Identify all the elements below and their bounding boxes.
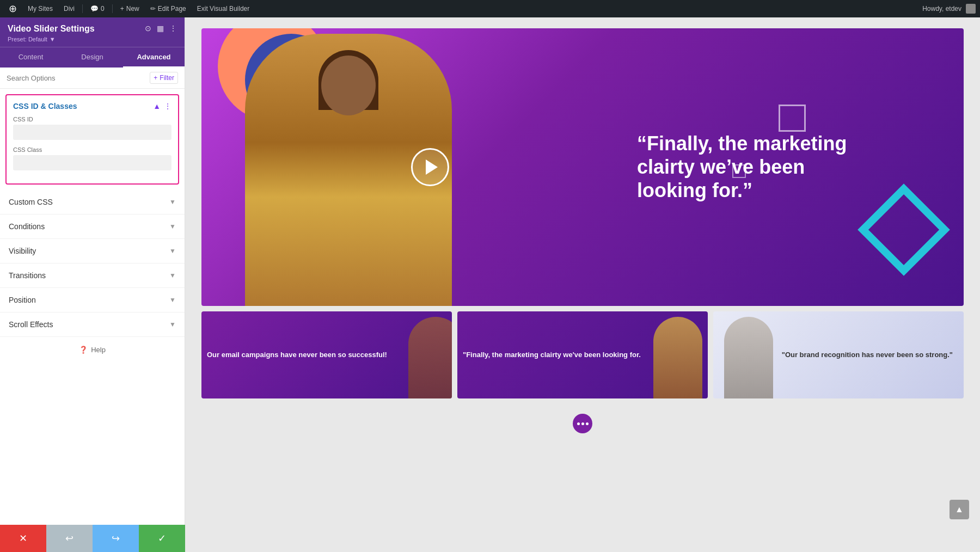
new-label: New	[126, 5, 139, 13]
slider-dots	[185, 414, 980, 433]
left-panel: Video Slider Settings Preset: Default ▼ …	[0, 17, 185, 552]
edit-page-label: Edit Page	[158, 5, 186, 13]
conditions-header[interactable]: Conditions ▼	[0, 214, 185, 238]
redo-icon: ↪	[112, 532, 120, 544]
thumb-2-text: "Finally, the marketing clairty we've be…	[457, 345, 646, 365]
filter-button[interactable]: + Filter	[150, 72, 178, 84]
help-icon: ❓	[79, 346, 88, 354]
divi-label: Divi	[64, 5, 75, 13]
redo-button[interactable]: ↪	[93, 525, 139, 552]
admin-bar-exit-builder[interactable]: Exit Visual Builder	[193, 0, 254, 17]
panel-content: CSS ID & Classes ▲ ⋮ CSS ID CSS Class	[0, 89, 185, 552]
canvas-area: “Finally, the marketing clairty we’ve be…	[185, 17, 980, 552]
tab-design[interactable]: Design	[62, 47, 123, 68]
position-header[interactable]: Position ▼	[0, 288, 185, 312]
person-head	[321, 56, 376, 115]
css-class-input[interactable]	[13, 155, 171, 170]
scroll-effects-section: Scroll Effects ▼	[0, 312, 185, 337]
thumb-2[interactable]: "Finally, the marketing clairty we've be…	[457, 311, 708, 398]
chevron-icon-scroll: ▼	[169, 321, 176, 328]
collapse-icon[interactable]: ▲	[153, 102, 161, 111]
admin-bar-comments[interactable]: 💬 0	[86, 0, 109, 17]
filter-label: Filter	[160, 74, 174, 82]
pencil-icon: ✏	[150, 5, 156, 13]
thumb-3[interactable]: "Our brand recognition has never been so…	[713, 311, 964, 398]
css-id-classes-header: CSS ID & Classes ▲ ⋮	[13, 102, 171, 111]
conditions-title: Conditions	[9, 222, 45, 231]
thumb-1[interactable]: Our email campaigns have never been so s…	[201, 311, 452, 398]
admin-bar-wp[interactable]: ⊕	[4, 0, 21, 17]
panel-grid-icon[interactable]: ▦	[157, 24, 164, 33]
thumb-1-text: Our email campaigns have never been so s…	[201, 345, 393, 365]
search-bar: + Filter	[0, 68, 185, 89]
admin-bar-divi[interactable]: Divi	[59, 0, 79, 17]
dot-2	[581, 422, 584, 425]
admin-bar-my-sites[interactable]: My Sites	[23, 0, 57, 17]
filter-icon: +	[154, 74, 157, 82]
chevron-icon: ▼	[169, 198, 176, 206]
css-id-classes-title: CSS ID & Classes	[13, 102, 77, 111]
thumb-person-1	[408, 317, 452, 398]
panel-more-icon[interactable]: ⋮	[169, 24, 177, 33]
custom-css-header[interactable]: Custom CSS ▼	[0, 190, 185, 214]
undo-icon: ↩	[65, 532, 74, 544]
panel-header: Video Slider Settings Preset: Default ▼ …	[0, 17, 185, 47]
css-class-label: CSS Class	[13, 146, 171, 153]
thumb-person-3	[724, 317, 773, 398]
main-layout: Video Slider Settings Preset: Default ▼ …	[0, 17, 980, 552]
position-section: Position ▼	[0, 288, 185, 312]
scroll-effects-title: Scroll Effects	[9, 320, 53, 329]
transitions-section: Transitions ▼	[0, 263, 185, 288]
panel-title: Video Slider Settings	[8, 24, 95, 34]
play-button[interactable]	[411, 148, 449, 186]
cancel-button[interactable]: ✕	[0, 525, 46, 552]
more-icon[interactable]: ⋮	[164, 102, 171, 111]
custom-css-section: Custom CSS ▼	[0, 190, 185, 214]
exit-builder-label: Exit Visual Builder	[197, 5, 250, 13]
admin-bar-edit-page[interactable]: ✏ Edit Page	[146, 0, 191, 17]
scroll-effects-header[interactable]: Scroll Effects ▼	[0, 312, 185, 336]
thumb-person-2	[653, 317, 702, 398]
plus-icon: +	[120, 5, 124, 13]
css-id-field: CSS ID	[13, 116, 171, 140]
visibility-section: Visibility ▼	[0, 239, 185, 263]
admin-bar: ⊕ My Sites Divi 💬 0 + New ✏ Edit Page Ex…	[0, 0, 980, 17]
section-header-icons: ▲ ⋮	[153, 102, 171, 111]
undo-button[interactable]: ↩	[46, 525, 93, 552]
css-id-label: CSS ID	[13, 116, 171, 122]
search-input[interactable]	[7, 74, 145, 82]
howdy-label: Howdy, etdev	[922, 5, 961, 13]
admin-bar-sep-2	[112, 4, 113, 13]
comment-icon: 💬	[90, 5, 99, 13]
help-row[interactable]: ❓ Help	[0, 337, 185, 363]
css-id-classes-section: CSS ID & Classes ▲ ⋮ CSS ID CSS Class	[5, 94, 179, 185]
help-label: Help	[91, 346, 106, 354]
admin-bar-new[interactable]: + New	[116, 0, 144, 17]
visibility-title: Visibility	[9, 247, 36, 255]
save-button[interactable]: ✓	[139, 525, 185, 552]
admin-bar-right: Howdy, etdev	[922, 4, 976, 14]
visibility-header[interactable]: Visibility ▼	[0, 239, 185, 263]
chevron-icon-position: ▼	[169, 296, 176, 304]
panel-settings-icon[interactable]: ⊙	[145, 24, 151, 33]
panel-preset[interactable]: Preset: Default ▼	[8, 36, 95, 42]
conditions-section: Conditions ▼	[0, 214, 185, 239]
custom-css-title: Custom CSS	[9, 198, 53, 206]
css-class-field: CSS Class	[13, 146, 171, 170]
comment-count: 0	[101, 5, 105, 13]
wp-icon: ⊕	[9, 3, 17, 15]
tab-advanced[interactable]: Advanced	[123, 47, 185, 68]
chevron-up-icon: ▲	[955, 505, 964, 514]
bottom-toolbar: ✕ ↩ ↪ ✓	[0, 525, 185, 552]
dot-1	[577, 422, 580, 425]
main-slide: “Finally, the marketing clairty we’ve be…	[201, 28, 964, 306]
cancel-icon: ✕	[19, 532, 27, 544]
tab-content[interactable]: Content	[0, 47, 62, 68]
thumb-3-content: "Our brand recognition has never been so…	[713, 311, 964, 398]
dots-button[interactable]	[573, 414, 592, 433]
scroll-to-top-button[interactable]: ▲	[950, 500, 969, 519]
transitions-header[interactable]: Transitions ▼	[0, 263, 185, 287]
position-title: Position	[9, 296, 36, 304]
save-icon: ✓	[158, 532, 166, 544]
css-id-input[interactable]	[13, 125, 171, 140]
